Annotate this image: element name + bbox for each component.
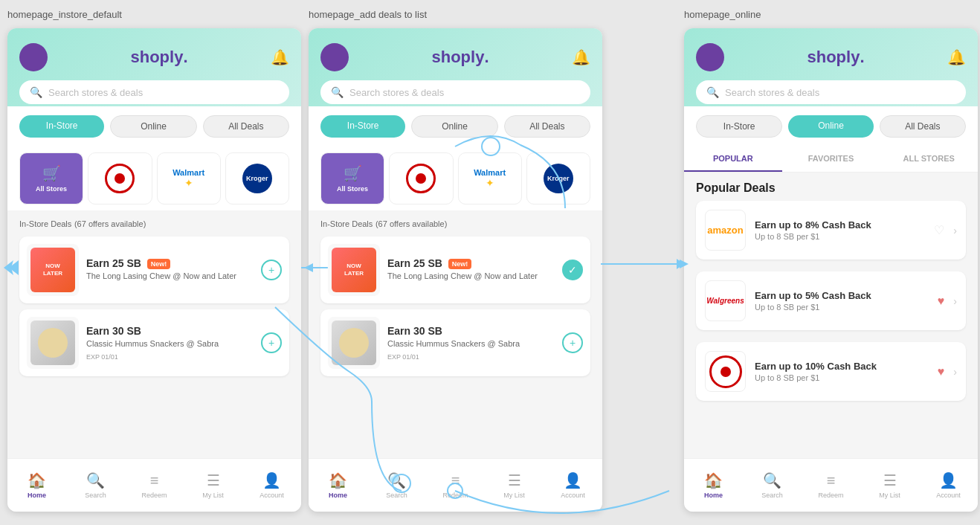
screen1-logo: shoply . [130, 48, 187, 67]
screen1-nav-account[interactable]: 👤 Account [242, 466, 301, 505]
screen3-deal-target-wrapper: Earn up to 10% Cash Back Up to 8 SB per … [684, 342, 978, 413]
screen1-deal2-add-icon: + [268, 337, 274, 349]
screen1-account-label: Account [259, 492, 284, 499]
screen1-deal1-desc: The Long Lasing Chew @ Now and Later [86, 271, 254, 282]
screen3-amazon-earn: Earn up to 8% Cash Back [755, 219, 925, 231]
screen1-filter-tabs: In-Store Online All Deals [7, 106, 301, 146]
screen1-store-walmart[interactable]: Walmart ✦ [157, 152, 221, 204]
screen3-nav-search[interactable]: 🔍 Search [743, 466, 802, 505]
screen3-avatar [696, 43, 724, 71]
screen3-nav-redeem[interactable]: ≡ Redeem [802, 466, 860, 505]
screen3-amazon-heart-icon[interactable]: ♡ [934, 223, 944, 237]
screen2-search-bar[interactable]: 🔍 Search stores & deals [320, 80, 590, 104]
screen1-tab-instore[interactable]: In-Store [19, 115, 104, 138]
screen2-store-target[interactable] [389, 152, 453, 204]
screen3-nav-home[interactable]: 🏠 Home [684, 466, 743, 505]
screen3-deal-amazon[interactable]: amazon Earn up to 8% Cash Back Up to 8 S… [696, 201, 966, 260]
screen3-bell-icon[interactable]: 🔔 [947, 48, 966, 66]
screen2-nav-search[interactable]: 🔍 Search [367, 466, 426, 505]
screen2-tab-online[interactable]: Online [411, 115, 497, 138]
screen1-kroger-text: Kroger [246, 175, 268, 182]
screen1-nav-mylist[interactable]: ☰ My List [184, 466, 242, 505]
screen2-home-icon: 🏠 [329, 471, 347, 489]
screen3-tab-popular[interactable]: POPULAR [684, 146, 782, 172]
screen1-search-bar[interactable]: 🔍 Search stores & deals [19, 80, 289, 104]
screen2-mylist-label: My List [503, 492, 525, 499]
screen2-nav-redeem[interactable]: ≡ Redeem [426, 466, 485, 505]
screen3-redeem-icon: ≡ [827, 472, 836, 489]
screen2-deal1-badge: New! [448, 259, 472, 269]
screen2-store-walmart[interactable]: Walmart ✦ [458, 152, 522, 204]
screen2-nav-account[interactable]: 👤 Account [544, 466, 602, 505]
screen3-walgreens-info: Earn up to 5% Cash Back Up to 8 SB per $… [755, 290, 929, 312]
screen1-deals-section: In-Store Deals (67 offers available) NOW… [7, 210, 301, 390]
screen3-nav-mylist[interactable]: ☰ My List [860, 466, 919, 505]
screen1-tab-online[interactable]: Online [110, 115, 196, 138]
screen2-store-row: 🛒 All Stores Walmart ✦ Kroger [309, 146, 602, 210]
screen3-target-heart-icon[interactable]: ♥ [938, 365, 945, 379]
screen3-deal-target[interactable]: Earn up to 10% Cash Back Up to 8 SB per … [696, 342, 966, 401]
screen3-nav-account[interactable]: 👤 Account [919, 466, 978, 505]
screen1-nav-redeem[interactable]: ≡ Redeem [125, 466, 184, 505]
screen2-header: shoply . 🔔 🔍 Search stores & deals [309, 28, 602, 106]
screen3-home-label: Home [704, 492, 723, 499]
screen1-store-target[interactable] [88, 152, 152, 204]
screen1-deal1-add[interactable]: + [261, 260, 282, 280]
screen1-search-icon: 🔍 [30, 86, 42, 98]
screen2-deal-1: NOWLATER Earn 25 SB New! The Long Lasing… [320, 236, 590, 303]
screen2-kroger-text: Kroger [547, 175, 570, 182]
screen3-account-label: Account [936, 492, 961, 499]
screen2-nav-home[interactable]: 🏠 Home [309, 466, 367, 505]
screen3-search-bar[interactable]: 🔍 Search stores & deals [696, 80, 966, 104]
screen3-content: Popular Deals amazon Earn up to 8% Cash … [684, 173, 978, 413]
screen3-deal-walgreens[interactable]: Walgreens Earn up to 5% Cash Back Up to … [696, 271, 966, 330]
screen3-target-info: Earn up to 10% Cash Back Up to 8 SB per … [755, 361, 929, 382]
screen3-tab-favorites[interactable]: FAVORITES [782, 146, 880, 172]
screen2-deal2-add[interactable]: + [562, 332, 583, 353]
screen1-nav-home[interactable]: 🏠 Home [7, 466, 66, 505]
screen2-nav-mylist[interactable]: ☰ My List [485, 466, 544, 505]
screen3-home-icon: 🏠 [704, 471, 723, 489]
screen1-deal2-img [27, 317, 79, 369]
screen2-store-all[interactable]: 🛒 All Stores [320, 152, 384, 204]
screen3-tab-instore[interactable]: In-Store [696, 115, 782, 138]
screen2-deal2-add-icon: + [570, 337, 576, 349]
screen2-deal2-desc: Classic Hummus Snackers @ Sabra [387, 338, 555, 350]
screen1-store-all[interactable]: 🛒 All Stores [19, 152, 83, 204]
screen3-tab-allstores[interactable]: ALL STORES [880, 146, 978, 172]
screen3-tab-alldeals[interactable]: All Deals [880, 115, 966, 138]
screen1-deal2-add[interactable]: + [261, 332, 282, 353]
screen3-account-icon: 👤 [939, 471, 958, 489]
screen2-cart-icon: 🛒 [344, 164, 362, 182]
screen3-target-earn: Earn up to 10% Cash Back [755, 361, 929, 372]
screen2-search-label: Search [386, 492, 407, 499]
screen2-filter-tabs: In-Store Online All Deals [309, 106, 602, 146]
screen2-search-icon: 🔍 [331, 86, 344, 98]
screen1-tab-alldeals[interactable]: All Deals [203, 115, 289, 138]
screen2-store-kroger[interactable]: Kroger [526, 152, 590, 204]
screen3-walgreens-heart-icon[interactable]: ♥ [938, 294, 945, 308]
screen1-home-label: Home [28, 492, 46, 499]
screen2-deal1-info: Earn 25 SB New! The Long Lasing Chew @ N… [387, 257, 555, 283]
screen3-mylist-icon: ☰ [883, 471, 897, 489]
screen1-store-kroger[interactable]: Kroger [225, 152, 289, 204]
screen2-deal1-check-icon: ✓ [568, 264, 577, 276]
screen1-deal2-info: Earn 30 SB Classic Hummus Snackers @ Sab… [86, 325, 254, 360]
screen3-tab-online[interactable]: Online [788, 115, 873, 138]
screen3-walgreens-chevron-icon: › [953, 295, 957, 307]
screen2-deal1-added[interactable]: ✓ [562, 260, 583, 280]
screen3-search-icon: 🔍 [706, 86, 719, 98]
screen2-tab-alldeals[interactable]: All Deals [504, 115, 590, 138]
screen2-tab-instore[interactable]: In-Store [320, 115, 405, 138]
screen2-bell-icon[interactable]: 🔔 [572, 48, 590, 66]
screen1-deals-header: In-Store Deals (67 offers available) [19, 218, 289, 229]
screen3-walgreens-logo: Walgreens [705, 280, 746, 321]
screen1-bell-icon[interactable]: 🔔 [271, 48, 289, 66]
screen1-store-row: 🛒 All Stores Walmart ✦ Kroger [7, 146, 301, 210]
screen3-target-chevron-icon: › [953, 366, 957, 378]
screen2-deals-header: In-Store Deals (67 offers available) [320, 218, 590, 229]
screen3-search-nav-icon: 🔍 [763, 471, 781, 489]
screen1-nav-search[interactable]: 🔍 Search [66, 466, 125, 505]
screen1-bottom-nav: 🏠 Home 🔍 Search ≡ Redeem ☰ My List 👤 Acc… [7, 458, 301, 512]
screen2-deal-2: Earn 30 SB Classic Hummus Snackers @ Sab… [320, 309, 590, 376]
